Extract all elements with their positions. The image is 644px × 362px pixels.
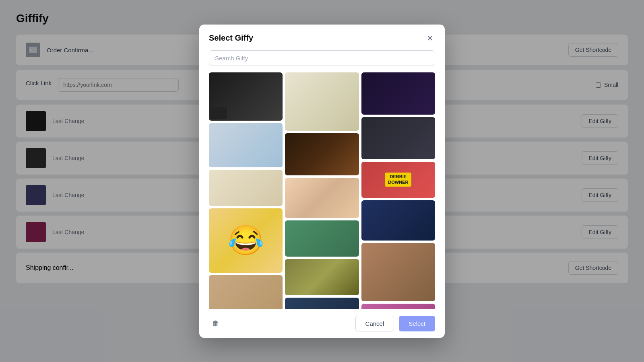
modal-header: Select Giffy ✕ [199, 25, 445, 50]
gif-item-2-1[interactable] [285, 72, 359, 131]
gif-item-3-1[interactable] [361, 72, 435, 115]
gif-item-1-3[interactable] [209, 170, 283, 206]
gif-item-3-2[interactable] [361, 117, 435, 159]
gif-item-2-2[interactable] [285, 133, 359, 175]
gif-item-1-1[interactable] [209, 72, 283, 121]
gif-col-1: 😂 [209, 72, 283, 306]
gif-item-1-4[interactable]: 😂 [209, 208, 283, 273]
gif-item-1-2[interactable] [209, 123, 283, 167]
trash-button[interactable]: 🗑 [209, 316, 223, 331]
modal-footer-actions: Cancel Select [355, 316, 435, 331]
gif-item-3-4[interactable] [361, 200, 435, 241]
modal-title: Select Giffy [209, 33, 253, 43]
gif-col-2 [285, 72, 359, 306]
gif-item-3-3[interactable]: DEBBIEDOWNER [361, 162, 435, 198]
modal-overlay[interactable]: Select Giffy ✕ [0, 0, 644, 362]
modal-close-button[interactable]: ✕ [425, 33, 435, 44]
modal-search-container [199, 50, 445, 72]
modal-footer: 🗑 Cancel Select [199, 309, 445, 338]
gif-item-3-6[interactable] [361, 304, 435, 309]
cancel-button[interactable]: Cancel [355, 316, 394, 331]
gif-item-2-5[interactable] [285, 259, 359, 295]
gif-item-2-6[interactable] [285, 298, 359, 309]
gif-item-3-5[interactable] [361, 243, 435, 301]
gif-masonry-grid: 😂 [209, 72, 435, 306]
close-icon: ✕ [427, 34, 433, 43]
gif-item-1-5[interactable] [209, 275, 283, 309]
select-giffy-modal: Select Giffy ✕ [199, 25, 445, 338]
select-button[interactable]: Select [399, 316, 435, 331]
gif-grid-container[interactable]: 😂 [199, 72, 445, 309]
gif-item-2-4[interactable] [285, 220, 359, 257]
search-input[interactable] [209, 50, 435, 66]
trash-icon: 🗑 [212, 319, 219, 327]
gif-item-2-3[interactable] [285, 178, 359, 218]
gif-col-3: DEBBIEDOWNER [361, 72, 435, 306]
